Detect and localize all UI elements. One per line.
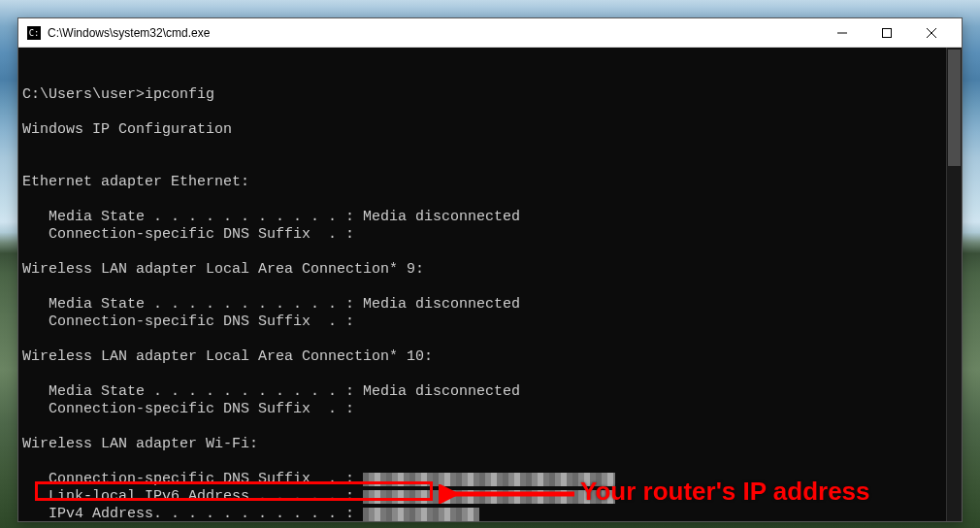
window-title: C:\Windows\system32\cmd.exe: [48, 26, 820, 40]
adapter-title: Ethernet adapter Ethernet:: [22, 174, 958, 191]
terminal-line: [22, 244, 958, 261]
terminal-line: [22, 418, 958, 436]
redacted-value: [363, 508, 479, 521]
adapter-field: Connection-specific DNS Suffix . :: [22, 401, 958, 418]
terminal-line: [22, 331, 958, 348]
cmd-icon: C:: [26, 25, 42, 41]
adapter-title: Wireless LAN adapter Local Area Connecti…: [22, 348, 958, 366]
prompt-line: C:\Users\user>ipconfig: [22, 86, 958, 104]
adapter-field: Connection-specific DNS Suffix . :: [22, 226, 958, 244]
minimize-button[interactable]: [820, 18, 865, 48]
adapter-title: Wireless LAN adapter Wi-Fi:: [22, 436, 958, 453]
terminal-line: [22, 139, 958, 156]
scrollbar-thumb[interactable]: [948, 50, 961, 166]
adapter-field: IPv4 Address. . . . . . . . . . . :: [22, 506, 958, 521]
redacted-value: [363, 490, 615, 504]
maximize-button[interactable]: [865, 18, 909, 48]
adapter-field: Link-local IPv6 Address . . . . . :: [22, 488, 958, 506]
adapter-field: Connection-specific DNS Suffix . :: [22, 471, 958, 488]
redacted-value: [363, 473, 615, 486]
terminal-line: [22, 366, 958, 383]
window-controls: [820, 18, 954, 48]
terminal-line: [22, 191, 958, 209]
adapter-field: Media State . . . . . . . . . . . : Medi…: [22, 383, 958, 401]
svg-text:C:: C:: [29, 27, 40, 37]
adapter-title: Wireless LAN adapter Local Area Connecti…: [22, 261, 958, 279]
terminal-scrollbar[interactable]: [946, 48, 962, 521]
terminal-line: [22, 156, 958, 174]
ipconfig-header: Windows IP Configuration: [22, 121, 958, 139]
adapter-field: Media State . . . . . . . . . . . : Medi…: [22, 209, 958, 226]
titlebar[interactable]: C: C:\Windows\system32\cmd.exe: [18, 18, 962, 48]
svg-rect-3: [883, 28, 892, 37]
adapter-field: Connection-specific DNS Suffix . :: [22, 314, 958, 331]
terminal-line: [22, 453, 958, 471]
terminal-line: [22, 279, 958, 296]
terminal-output[interactable]: C:\Users\user>ipconfig Windows IP Config…: [18, 48, 962, 521]
cmd-window: C: C:\Windows\system32\cmd.exe C:\Users\…: [17, 17, 963, 522]
close-button[interactable]: [909, 18, 954, 48]
adapter-field: Media State . . . . . . . . . . . : Medi…: [22, 296, 958, 314]
terminal-line: [22, 104, 958, 121]
